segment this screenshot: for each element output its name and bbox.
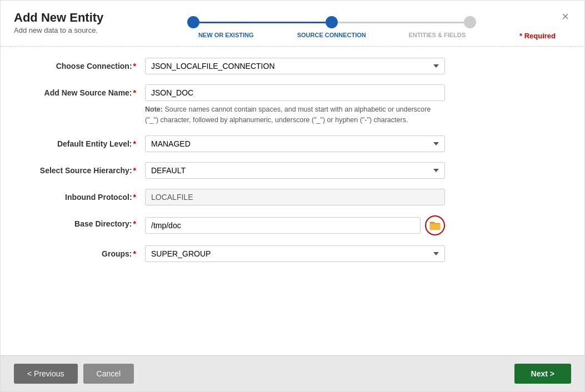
form-body: Choose Connection:* JSON_LOCALFILE_CONNE… bbox=[1, 47, 584, 355]
source-name-label: Add New Source Name:* bbox=[34, 84, 145, 97]
previous-button[interactable]: < Previous bbox=[14, 364, 78, 384]
base-dir-row: Base Directory:* bbox=[34, 215, 551, 235]
footer-left: < Previous Cancel bbox=[14, 364, 134, 384]
connection-row: Choose Connection:* JSON_LOCALFILE_CONNE… bbox=[34, 58, 551, 74]
protocol-row: Inbound Protocol:* bbox=[34, 189, 551, 205]
stepper bbox=[187, 16, 476, 28]
step-circle-1 bbox=[187, 16, 199, 28]
groups-control: SUPER_GROUP bbox=[145, 245, 445, 262]
cancel-button[interactable]: Cancel bbox=[83, 364, 134, 384]
title-section: Add New Entity Add new data to a source. bbox=[14, 11, 103, 34]
base-dir-control bbox=[145, 215, 445, 235]
connection-control: JSON_LOCALFILE_CONNECTION bbox=[145, 58, 445, 74]
folder-icon bbox=[429, 220, 441, 230]
entity-level-row: Default Entity Level:* MANAGED bbox=[34, 135, 551, 152]
close-button[interactable]: × bbox=[559, 11, 571, 23]
protocol-input bbox=[145, 189, 445, 205]
protocol-control bbox=[145, 189, 445, 205]
dialog-title: Add New Entity bbox=[14, 11, 103, 25]
stepper-area: NEW OR EXISTING SOURCE CONNECTION ENTITI… bbox=[103, 11, 559, 38]
step-line-1 bbox=[199, 22, 326, 23]
hierarchy-control: DEFAULT bbox=[145, 162, 445, 179]
entity-level-select[interactable]: MANAGED bbox=[145, 135, 445, 152]
add-new-entity-dialog: Add New Entity Add new data to a source.… bbox=[0, 0, 585, 392]
connection-select[interactable]: JSON_LOCALFILE_CONNECTION bbox=[145, 58, 445, 74]
source-name-input[interactable] bbox=[145, 84, 445, 101]
source-name-row: Add New Source Name:* Note: Source names… bbox=[34, 84, 551, 125]
hierarchy-select[interactable]: DEFAULT bbox=[145, 162, 445, 179]
base-dir-label: Base Directory:* bbox=[34, 215, 145, 228]
hierarchy-row: Select Source Hierarchy:* DEFAULT bbox=[34, 162, 551, 179]
dialog-header: Add New Entity Add new data to a source.… bbox=[1, 1, 584, 38]
step-line-2 bbox=[338, 22, 464, 23]
entity-level-label: Default Entity Level:* bbox=[34, 135, 145, 148]
next-button[interactable]: Next > bbox=[514, 364, 571, 384]
hierarchy-label: Select Source Hierarchy:* bbox=[34, 162, 145, 175]
required-note: * Required bbox=[519, 32, 556, 40]
connection-label: Choose Connection:* bbox=[34, 58, 145, 71]
step-label-3: ENTITIES & FIELDS bbox=[398, 32, 476, 38]
base-dir-wrap bbox=[145, 215, 445, 235]
groups-select[interactable]: SUPER_GROUP bbox=[145, 245, 445, 262]
step-label-1: NEW OR EXISTING bbox=[187, 32, 265, 38]
source-name-control: Note: Source names cannot contain spaces… bbox=[145, 84, 445, 125]
dialog-footer: < Previous Cancel Next > bbox=[1, 355, 584, 391]
protocol-label: Inbound Protocol:* bbox=[34, 189, 145, 202]
entity-level-control: MANAGED bbox=[145, 135, 445, 152]
source-name-note: Note: Source names cannot contain spaces… bbox=[145, 104, 445, 125]
step-circle-2 bbox=[326, 16, 338, 28]
step-label-2: SOURCE CONNECTION bbox=[293, 32, 371, 38]
dialog-subtitle: Add new data to a source. bbox=[14, 26, 103, 34]
step-labels: NEW OR EXISTING SOURCE CONNECTION ENTITI… bbox=[187, 32, 476, 38]
step-circle-3 bbox=[464, 16, 476, 28]
groups-row: Groups:* SUPER_GROUP bbox=[34, 245, 551, 262]
folder-browse-button[interactable] bbox=[425, 215, 445, 235]
base-dir-input[interactable] bbox=[145, 217, 421, 234]
groups-label: Groups:* bbox=[34, 245, 145, 258]
